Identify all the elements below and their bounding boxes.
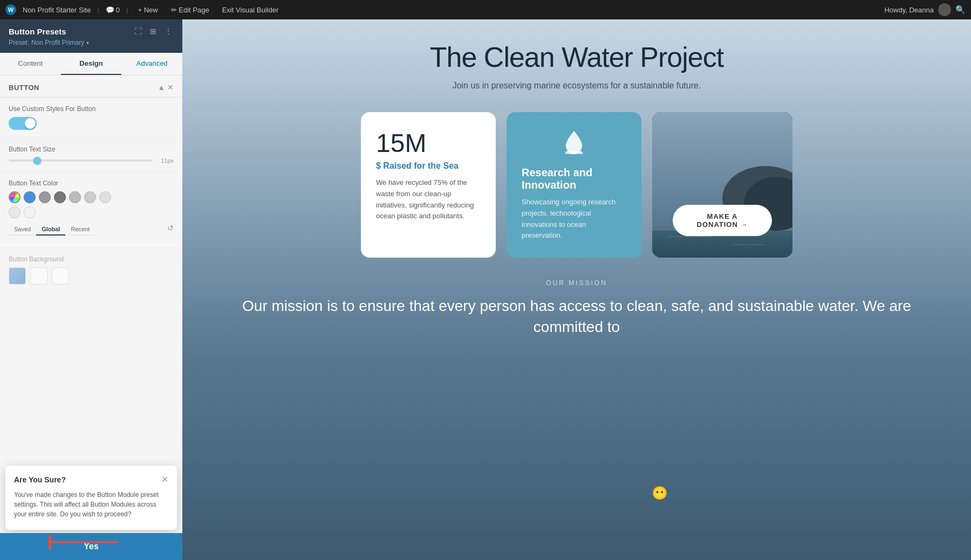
text-size-field: Button Text Size 11px	[0, 138, 182, 172]
color-sub-row	[9, 206, 174, 218]
new-button[interactable]: + New	[134, 5, 161, 15]
bg-swatch-empty2[interactable]	[52, 267, 69, 285]
preset-tab-recent[interactable]: Recent	[65, 224, 95, 236]
card-research: Research and Innovation Showcasing ongoi…	[507, 112, 641, 258]
emoji-cursor: 😶	[652, 486, 668, 501]
svg-rect-8	[668, 236, 712, 237]
reset-button[interactable]: ↺	[167, 224, 174, 236]
card-label: $ Raised for the Sea	[376, 161, 481, 171]
preset-tabs: Saved Global Recent ↺	[9, 224, 174, 236]
custom-styles-toggle[interactable]	[9, 117, 37, 130]
color-picker-swatch[interactable]	[9, 191, 20, 203]
comment-icon: 💬	[106, 6, 114, 14]
color-swatch-gray1[interactable]	[39, 191, 51, 203]
slider-thumb	[33, 157, 41, 164]
left-panel: Button Presets ⛶ ⊞ ⋮ Preset: Non Profit …	[0, 19, 182, 560]
card-stats: 15M $ Raised for the Sea We have recycle…	[361, 112, 496, 258]
custom-styles-label: Use Custom Styles For Button	[9, 105, 174, 113]
mission-label: OUR MISSION	[215, 279, 939, 287]
panel-title: Button Presets	[9, 27, 66, 36]
hero-subtitle: Join us in preserving marine ecosystems …	[193, 81, 960, 91]
tab-content[interactable]: Content	[0, 53, 61, 75]
confirm-dialog: Are You Sure? ✕ You've made changes to t…	[5, 466, 177, 530]
confirm-title-row: Are You Sure? ✕	[14, 474, 168, 485]
donate-button[interactable]: MAKE A DONATION →	[673, 205, 772, 236]
toggle-row	[9, 117, 174, 130]
top-bar-right: Howdy, Deanna 🔍	[884, 3, 966, 16]
color-swatch-light2[interactable]	[24, 206, 36, 218]
hero-title: The Clean Water Project	[193, 41, 960, 73]
button-section-title: Button	[9, 84, 39, 92]
cards-row: 15M $ Raised for the Sea We have recycle…	[182, 112, 971, 258]
red-arrow	[49, 534, 124, 552]
color-swatch-gray3[interactable]	[69, 191, 81, 203]
fullscreen-icon[interactable]: ⛶	[133, 26, 143, 37]
text-color-label: Button Text Color	[9, 179, 174, 187]
button-background-label: Button Background	[9, 255, 174, 263]
tab-advanced[interactable]: Advanced	[121, 53, 182, 75]
slider-row: 11px	[9, 157, 174, 164]
button-background-field: Button Background	[0, 248, 182, 293]
confirm-text: You've made changes to the Button Module…	[14, 490, 168, 519]
text-color-field: Button Text Color Saved Gl	[0, 172, 182, 248]
panel-subtitle[interactable]: Preset: Non Profit Primary ▾	[9, 39, 174, 46]
research-card-text: Showcasing ongoing research projects, te…	[522, 197, 626, 241]
panel-icons: ⛶ ⊞ ⋮	[133, 26, 174, 37]
water-drop-icon	[522, 128, 626, 160]
panel-title-row: Button Presets ⛶ ⊞ ⋮	[9, 26, 174, 37]
right-content: The Clean Water Project Join us in prese…	[182, 19, 971, 560]
search-icon[interactable]: 🔍	[955, 5, 966, 15]
text-size-slider[interactable]	[9, 160, 152, 162]
svg-rect-3	[565, 152, 583, 154]
user-avatar[interactable]	[938, 3, 951, 16]
color-swatch-gray5[interactable]	[99, 191, 111, 203]
top-bar: W Non Profit Starter Site | 💬 0 | + New …	[0, 0, 971, 19]
card-text: We have recycled 75% of the waste from o…	[376, 177, 481, 222]
color-swatch-blue[interactable]	[24, 191, 36, 203]
main-layout: Button Presets ⛶ ⊞ ⋮ Preset: Non Profit …	[0, 19, 971, 560]
preset-name: Non Profit Primary	[31, 39, 84, 46]
panel-tabs: Content Design Advanced	[0, 53, 182, 75]
hero-section: The Clean Water Project Join us in prese…	[182, 19, 971, 107]
preset-tab-global[interactable]: Global	[36, 224, 65, 236]
card-number: 15M	[376, 128, 481, 158]
section-collapse-icon[interactable]: ▲ ✕	[158, 83, 174, 92]
mission-section: OUR MISSION Our mission is to ensure tha…	[182, 263, 971, 348]
preset-label: Preset:	[9, 39, 29, 46]
comment-count[interactable]: 💬 0	[106, 6, 120, 14]
mission-text: Our mission is to ensure that every pers…	[215, 295, 939, 337]
bg-swatch-gradient[interactable]	[9, 267, 26, 285]
more-icon[interactable]: ⋮	[163, 26, 174, 37]
svg-rect-9	[733, 244, 765, 245]
confirm-title: Are You Sure?	[14, 475, 66, 484]
bg-swatches	[9, 267, 174, 285]
preset-caret: ▾	[86, 40, 89, 46]
bg-swatch-empty1[interactable]	[30, 267, 47, 285]
toggle-thumb	[25, 118, 36, 129]
top-bar-left: W Non Profit Starter Site | 💬 0 | + New …	[5, 4, 877, 15]
layout-icon[interactable]: ⊞	[148, 26, 159, 37]
tab-design[interactable]: Design	[61, 53, 122, 75]
color-swatch-gray4[interactable]	[84, 191, 96, 203]
card-donate: MAKE A DONATION →	[652, 112, 792, 258]
color-swatches-row	[9, 191, 174, 203]
text-size-value: 11px	[158, 157, 174, 164]
confirm-close-button[interactable]: ✕	[161, 474, 168, 485]
site-name: Non Profit Starter Site	[23, 6, 91, 14]
website-preview: The Clean Water Project Join us in prese…	[182, 19, 971, 560]
color-swatch-light1[interactable]	[9, 206, 20, 218]
button-section-header: Button ▲ ✕	[0, 75, 182, 98]
preset-tab-saved[interactable]: Saved	[9, 224, 36, 236]
color-swatch-gray2[interactable]	[54, 191, 66, 203]
panel-header: Button Presets ⛶ ⊞ ⋮ Preset: Non Profit …	[0, 19, 182, 53]
custom-styles-field: Use Custom Styles For Button	[0, 98, 182, 138]
howdy-label: Howdy, Deanna	[884, 6, 934, 14]
edit-page-button[interactable]: ✏ Edit Page	[168, 5, 213, 15]
text-size-label: Button Text Size	[9, 146, 174, 153]
exit-builder-button[interactable]: Exit Visual Builder	[219, 5, 282, 15]
wordpress-icon[interactable]: W	[5, 4, 16, 15]
research-card-title: Research and Innovation	[522, 167, 626, 191]
